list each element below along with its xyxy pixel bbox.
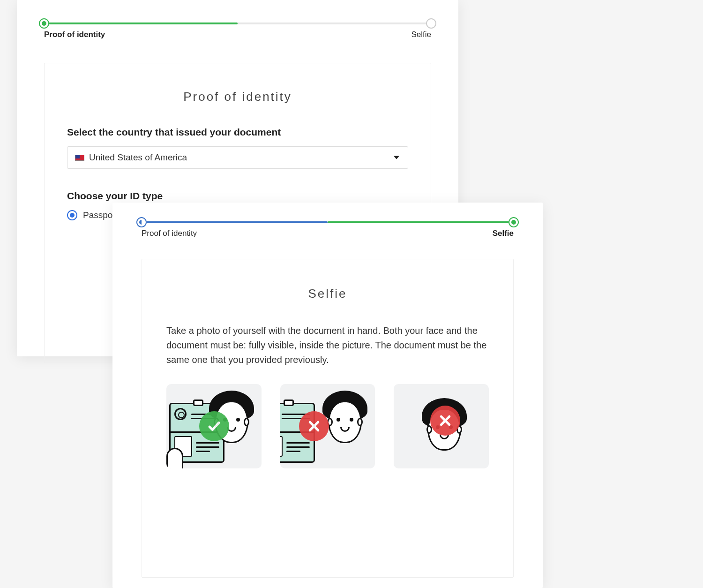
example-no-document (394, 384, 489, 468)
progress-bar: Proof of identity Selfie (142, 221, 514, 238)
flag-us-icon (75, 155, 84, 161)
progress-track (142, 221, 514, 223)
country-value: United States of America (89, 152, 187, 163)
x-icon (299, 411, 329, 441)
progress-track (44, 23, 431, 24)
face-illustration (322, 391, 367, 452)
example-correct (166, 384, 262, 468)
progress-fill-active (328, 221, 514, 223)
progress-fill (44, 23, 238, 24)
progress-bar: Proof of identity Selfie (44, 23, 431, 39)
selfie-step-card: Proof of identity Selfie Selfie Take a p… (112, 203, 543, 588)
step-label-identity: Proof of identity (44, 30, 105, 39)
progress-labels: Proof of identity Selfie (44, 30, 431, 39)
country-select[interactable]: United States of America (67, 146, 408, 169)
example-doc-cropped (280, 384, 375, 468)
selfie-panel: Selfie Take a photo of yourself with the… (142, 259, 514, 578)
step-label-selfie: Selfie (411, 30, 431, 39)
step-dot-identity (136, 217, 147, 227)
x-icon (430, 406, 460, 436)
radio-icon (67, 210, 77, 220)
step-label-selfie: Selfie (493, 229, 514, 238)
progress-labels: Proof of identity Selfie (142, 229, 514, 238)
step-label-identity: Proof of identity (142, 229, 197, 238)
step-dot-identity (39, 18, 49, 29)
country-label: Select the country that issued your docu… (67, 127, 408, 138)
selfie-instructions: Take a photo of yourself with the docume… (166, 324, 489, 367)
progress-fill-complete (142, 221, 328, 223)
step-dot-selfie (509, 217, 519, 227)
selfie-examples (166, 384, 489, 468)
hand-illustration (166, 448, 183, 468)
id-type-label: Choose your ID type (67, 190, 408, 202)
check-icon (199, 411, 229, 441)
panel-title: Proof of identity (67, 90, 408, 104)
panel-title: Selfie (166, 286, 489, 301)
step-dot-selfie (426, 18, 436, 29)
chevron-down-icon (394, 156, 399, 159)
